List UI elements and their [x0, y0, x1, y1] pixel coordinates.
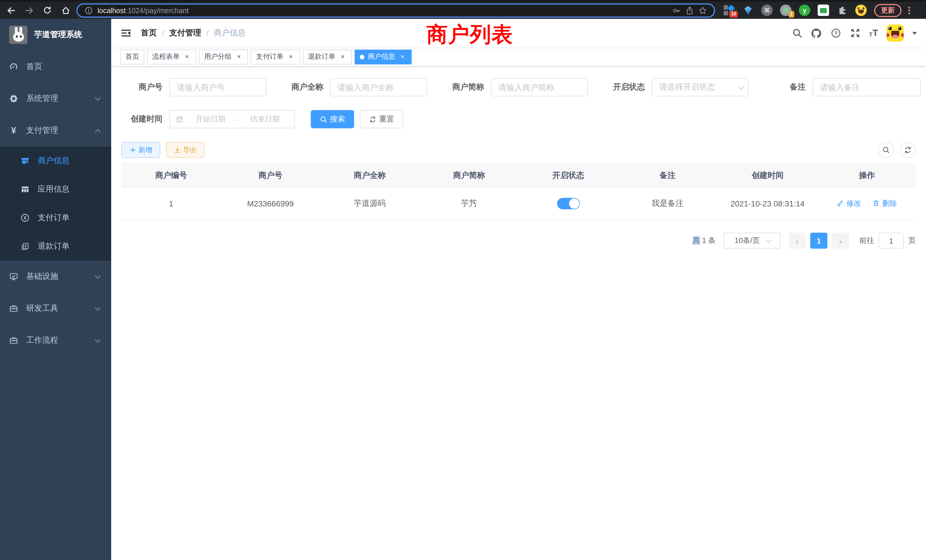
browser-extensions: 10 ⌘ 1 y: [723, 4, 867, 17]
export-button[interactable]: 导出: [166, 142, 205, 158]
next-page-button[interactable]: ›: [832, 233, 849, 249]
delete-link[interactable]: 删除: [873, 198, 897, 209]
extension-emoji-icon[interactable]: [855, 4, 867, 17]
hamburger-icon[interactable]: [120, 27, 132, 39]
extension-badge: 10: [729, 11, 738, 18]
add-button[interactable]: 新增: [121, 142, 160, 158]
forward-icon[interactable]: [24, 5, 34, 15]
font-size-icon[interactable]: TT: [869, 29, 878, 38]
extension-recorder-icon[interactable]: 1: [779, 4, 792, 17]
reset-button[interactable]: 重置: [360, 110, 403, 128]
page-root: localhost:1024/pay/merchant 10 ⌘: [0, 0, 926, 560]
extensions-puzzle-icon[interactable]: [836, 4, 849, 17]
cell-merchant-no: M233666999: [221, 187, 320, 220]
page-size-select[interactable]: 10条/页: [723, 233, 781, 249]
tab-payment-orders[interactable]: 支付订单×: [251, 49, 300, 64]
reload-icon[interactable]: [42, 5, 53, 15]
breadcrumb-current: 商户信息: [214, 28, 246, 38]
sidebar-item-label: 工作流程: [26, 335, 58, 345]
close-icon[interactable]: ×: [399, 53, 407, 61]
avatar-caret-icon[interactable]: [912, 32, 917, 35]
sidebar-item-merchant-info[interactable]: 商户信息: [0, 147, 111, 175]
toggle-search-button[interactable]: [878, 142, 894, 158]
extension-gem-icon[interactable]: [742, 4, 754, 17]
pagination-total: 共 1 条: [693, 236, 716, 246]
search-icon[interactable]: [791, 28, 802, 38]
close-icon[interactable]: ×: [235, 53, 243, 61]
sidebar-item-home[interactable]: 首页: [0, 51, 111, 83]
browser-update-button[interactable]: 更新: [874, 4, 902, 17]
col-full-name: 商户全称: [320, 164, 419, 187]
current-page-button[interactable]: 1: [810, 233, 828, 249]
field-label: 创建时间: [121, 114, 169, 124]
sidebar-item-system[interactable]: 系统管理: [0, 83, 111, 115]
col-actions: 操作: [818, 164, 916, 187]
sidebar-item-dev-tools[interactable]: 研发工具: [0, 292, 111, 324]
full-name-input[interactable]: [330, 78, 427, 96]
refresh-button[interactable]: [900, 142, 916, 158]
sidebar-item-payment-orders[interactable]: ¥ 支付订单: [0, 204, 111, 232]
extension-y-icon[interactable]: y: [798, 4, 811, 17]
extension-chat-icon[interactable]: [817, 4, 830, 17]
prev-page-button[interactable]: ‹: [788, 233, 806, 249]
close-icon[interactable]: ×: [287, 53, 295, 61]
breadcrumb-payment[interactable]: 支付管理: [169, 28, 201, 38]
edit-link[interactable]: 修改: [837, 198, 861, 209]
end-date-placeholder: 结束日期: [241, 114, 289, 124]
back-icon[interactable]: [6, 5, 16, 15]
monitor-icon: [9, 272, 18, 281]
sidebar-item-payment[interactable]: ¥ 支付管理: [0, 115, 111, 147]
tab-user-group[interactable]: 用户分组×: [199, 49, 248, 64]
search-button[interactable]: 搜索: [311, 110, 354, 128]
tab-home[interactable]: 首页: [120, 49, 144, 64]
app-title: 芋道管理系统: [34, 30, 82, 40]
fullscreen-icon[interactable]: [850, 28, 861, 38]
goto-page-input[interactable]: [879, 233, 904, 249]
url-bar[interactable]: localhost:1024/pay/merchant: [76, 3, 715, 17]
filter-merchant-no: 商户号: [121, 78, 266, 96]
browser-menu-icon[interactable]: [908, 9, 910, 11]
table-header-row: 商户编号 商户号 商户全称 商户简称 开启状态 备注 创建时间 操作: [121, 164, 916, 187]
sidebar-item-refund-orders[interactable]: 退款订单: [0, 232, 111, 260]
help-icon[interactable]: ?: [830, 28, 841, 38]
password-key-icon[interactable]: [672, 6, 681, 15]
col-status: 开启状态: [519, 164, 618, 187]
share-icon[interactable]: [685, 6, 694, 15]
sidebar-item-workflow[interactable]: 工作流程: [0, 324, 111, 356]
sidebar-item-label: 支付管理: [26, 126, 58, 136]
col-merchant-id: 商户编号: [121, 164, 221, 187]
status-switch[interactable]: [557, 198, 580, 209]
home-icon[interactable]: [61, 5, 71, 15]
sidebar-item-infrastructure[interactable]: 基础设施: [0, 260, 111, 292]
avatar[interactable]: [887, 24, 904, 42]
merchant-no-input[interactable]: [169, 78, 266, 96]
date-separator: -: [237, 115, 239, 123]
browser-toolbar: localhost:1024/pay/merchant 10 ⌘: [0, 0, 926, 19]
chevron-down-icon: [95, 305, 101, 310]
chevron-up-icon: [95, 129, 101, 135]
tab-merchant-info[interactable]: 商户信息×: [355, 49, 412, 64]
bookmark-star-icon[interactable]: [699, 6, 707, 15]
sidebar-item-app-info[interactable]: 应用信息: [0, 175, 111, 204]
github-icon[interactable]: [811, 28, 822, 38]
close-icon[interactable]: ×: [183, 53, 191, 61]
extension-command-icon[interactable]: ⌘: [761, 4, 773, 17]
status-select[interactable]: 请选择开启状态: [652, 78, 749, 96]
remark-input[interactable]: [813, 78, 921, 96]
breadcrumb-separator: /: [162, 29, 164, 38]
sidebar-logo[interactable]: 芋道管理系统: [0, 19, 111, 51]
filter-row-1: 商户号 商户全称 商户简称 开启状态 请选择开启状态: [121, 78, 916, 96]
date-range-input[interactable]: 开始日期 - 结束日期: [169, 110, 295, 128]
store-icon: [21, 156, 30, 165]
tab-refund-orders[interactable]: 退款订单×: [303, 49, 352, 64]
close-icon[interactable]: ×: [339, 53, 346, 61]
sidebar-item-label: 首页: [26, 62, 42, 72]
extension-tampermonkey-icon[interactable]: 10: [723, 4, 735, 17]
site-info-icon[interactable]: [85, 6, 93, 15]
breadcrumb-home[interactable]: 首页: [141, 28, 157, 38]
sidebar-item-label: 商户信息: [38, 156, 70, 166]
extension-badge: 1: [788, 11, 794, 18]
col-short-name: 商户简称: [419, 164, 519, 187]
tab-process-form[interactable]: 流程表单×: [147, 49, 196, 64]
short-name-input[interactable]: [491, 78, 588, 96]
